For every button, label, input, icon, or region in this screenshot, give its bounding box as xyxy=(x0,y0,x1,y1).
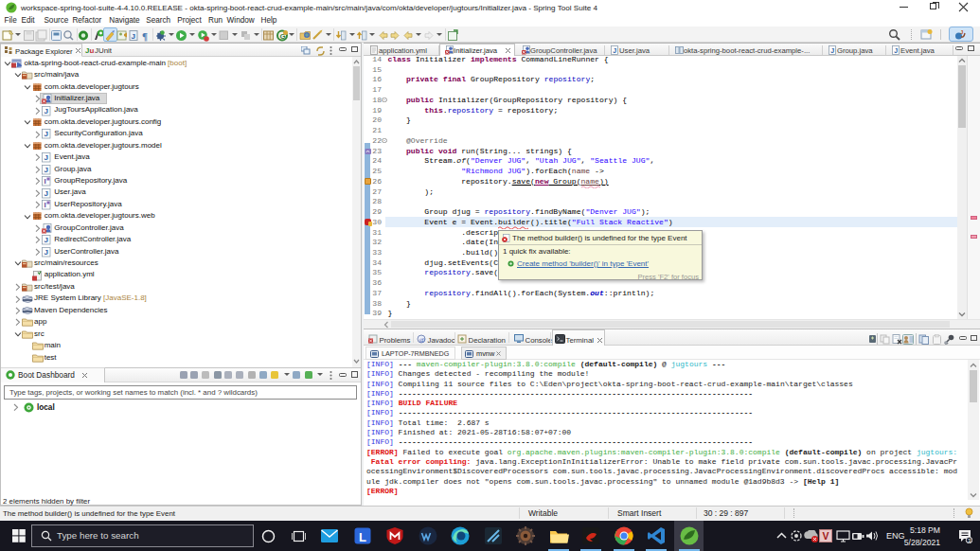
svg-text:@: @ xyxy=(419,335,426,343)
svg-text:I: I xyxy=(45,177,46,186)
svg-text:J: J xyxy=(613,47,616,54)
svg-text:J: J xyxy=(830,47,834,54)
svg-text:I: I xyxy=(45,201,46,209)
svg-text:J: J xyxy=(45,248,48,257)
svg-text:J: J xyxy=(45,236,48,244)
svg-text:¶: ¶ xyxy=(142,30,148,42)
svg-text:J: J xyxy=(45,130,48,138)
svg-text:J: J xyxy=(45,107,48,116)
svg-text:J: J xyxy=(45,153,48,162)
svg-text:J: J xyxy=(894,47,898,54)
svg-text:L: L xyxy=(359,530,366,544)
svg-text:J: J xyxy=(45,166,48,174)
svg-text:J: J xyxy=(960,29,963,35)
svg-text:J: J xyxy=(131,32,134,41)
svg-text:J: J xyxy=(45,189,48,198)
